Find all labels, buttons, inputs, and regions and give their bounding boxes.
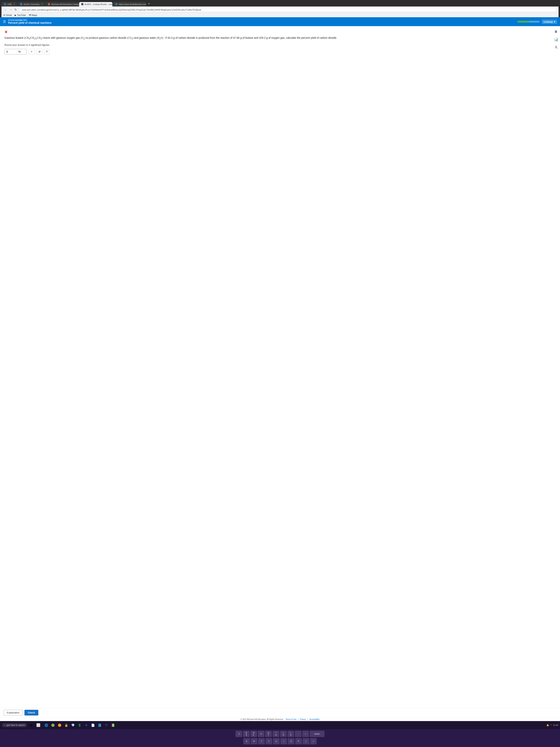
multitask-icon: ⬜ <box>36 723 41 727</box>
key-y[interactable]: Y <box>266 738 272 745</box>
taskbar-windows-icon[interactable]: ⊞ <box>28 722 34 728</box>
taskbar-search[interactable]: ⌕ ype here to search <box>2 723 27 727</box>
explanation-button[interactable]: Explanation <box>4 710 23 716</box>
tab-mcgraw-label: McGraw-Hill Education Campus <box>51 3 79 5</box>
user-menu[interactable]: Lindsay ▾ <box>542 20 557 24</box>
header-text-group: STOICHIOMETRY Percent yield of chemical … <box>8 19 52 24</box>
undo-button[interactable]: ↺ <box>36 49 43 54</box>
key-t[interactable]: T <box>258 738 265 745</box>
youtube-icon: ▶ <box>15 14 16 17</box>
taskbar-notification-icon[interactable]: 🔔 <box>546 724 549 726</box>
key-delete[interactable]: delete <box>310 731 324 737</box>
search-icon: ⌕ <box>4 724 5 726</box>
aleks-header: ☰ STOICHIOMETRY Percent yield of chemica… <box>0 17 560 26</box>
tab-une-label: UNE <box>7 3 12 5</box>
taskbar-chevron-icon[interactable]: ^ <box>551 724 552 726</box>
bottom-left-buttons: Explanation Check <box>4 710 38 716</box>
percent-unit: % <box>18 50 21 53</box>
privacy-link[interactable]: Privacy <box>300 718 306 720</box>
key-0[interactable]: )0 <box>287 731 294 737</box>
check-button[interactable]: Check <box>24 710 38 716</box>
reaction-text: reacts with gaseous oxygen gas <box>43 36 81 39</box>
user-dropdown-icon: ▾ <box>554 20 555 23</box>
windows-logo-icon: ⊞ <box>30 723 33 727</box>
taskbar-teams-icon[interactable]: 📘 <box>97 722 103 728</box>
key-p[interactable]: P <box>295 738 302 745</box>
key-9[interactable]: (9 <box>280 731 287 737</box>
tab-aleks-learn[interactable]: 🅰 ALEKS - Lindsay Brooks - Learn ✕ <box>79 2 112 6</box>
forward-button[interactable]: → <box>8 8 13 12</box>
reload-button[interactable]: ↻ <box>14 7 18 12</box>
water-formula: (H2O) <box>157 36 163 39</box>
taskbar-mail-icon[interactable]: 💎 <box>70 722 76 728</box>
browser-chrome: 🌐 UNE ✕ 📘 ALEKs Chemistry ✕ 📕 McGraw-Hil… <box>0 0 560 17</box>
key-3[interactable]: 3 <box>236 731 242 737</box>
address-bar-row: ← → ↻ <box>1 6 559 13</box>
key-plus[interactable]: + <box>302 731 309 737</box>
key-i[interactable]: I <box>281 738 287 745</box>
nav-buttons: ← → ↻ <box>3 7 18 12</box>
tab-aleks-learn-icon: 🅰 <box>81 3 83 5</box>
tab-une-icon: 🌐 <box>4 3 6 5</box>
maps-label: Maps <box>32 14 37 17</box>
key-4[interactable]: $4 <box>243 731 250 737</box>
taskbar-chrome-icon[interactable]: 🟢 <box>50 722 56 728</box>
new-tab-button[interactable]: + <box>146 1 152 6</box>
tab-mcgraw[interactable]: 📕 McGraw-Hill Education Campus ✕ <box>45 2 79 6</box>
keyboard-row-numbers: 3 $4 %5 6 &7 *8 (9 )0 - + delete <box>1 731 559 737</box>
taskbar-dollar-icon[interactable]: 💲 <box>77 722 83 728</box>
answer-field[interactable] <box>6 50 18 53</box>
key-rbracket[interactable]: } <box>310 738 317 745</box>
tab-une-close[interactable]: ✕ <box>14 3 15 5</box>
tab-aleks-chem-close[interactable]: ✕ <box>41 3 43 5</box>
taskbar-edge-icon[interactable]: 🌐 <box>43 722 49 728</box>
bar-chart-icon[interactable]: 📊 <box>554 37 558 42</box>
key-5[interactable]: %5 <box>250 731 257 737</box>
taskbar-excel-icon[interactable]: 📗 <box>110 722 116 728</box>
taskbar-apps: 🌐 🟢 🟠 🔒 💎 💲 ❖ 📄 📘 W 📗 <box>43 722 116 728</box>
back-button[interactable]: ← <box>3 8 8 12</box>
key-r[interactable]: R <box>251 738 258 745</box>
help-button[interactable]: ? <box>44 49 50 54</box>
tab-aleks-chem-label: ALEKs Chemistry <box>24 3 39 5</box>
problem-text: Gaseous butane (CH3(CH2)2CH3) reacts wit… <box>4 36 556 41</box>
calculator-icon[interactable]: 🖩 <box>554 30 558 34</box>
taskbar-word-icon[interactable]: W <box>103 722 109 728</box>
address-input[interactable] <box>19 8 557 12</box>
key-u[interactable]: U <box>273 738 279 745</box>
copyright-bar: © 2021 McGraw-Hill Education. All Rights… <box>0 717 560 721</box>
key-o[interactable]: O <box>288 738 294 745</box>
sig-figs-note: Round your answer to 3 significant figur… <box>4 44 556 46</box>
action-buttons: × ↺ ? <box>28 49 49 54</box>
tab-mcgraw-icon: 📕 <box>48 3 50 5</box>
taskbar-office-icon[interactable]: 📄 <box>90 722 96 728</box>
tab-limited[interactable]: 🌐 https://aces.limitedbrands.com/a... ✕ <box>113 2 146 6</box>
answer-row: % × ↺ ? <box>4 49 556 54</box>
taskbar-multitask-icon[interactable]: ⬜ <box>35 722 41 728</box>
gmail-icon: ✉ <box>3 14 5 17</box>
key-6[interactable]: 6 <box>258 731 264 737</box>
taskbar-folder-icon[interactable]: 🟠 <box>57 722 62 728</box>
key-8[interactable]: *8 <box>273 731 279 737</box>
tab-aleks-chem[interactable]: 📘 ALEKs Chemistry ✕ <box>18 2 45 6</box>
accessibility-link[interactable]: Accessibility <box>310 718 319 720</box>
taskbar: ⌕ ype here to search ⊞ ⬜ 🌐 🟢 🟠 🔒 💎 💲 ❖ 📄… <box>0 721 560 729</box>
keyboard-area: 3 $4 %5 6 &7 *8 (9 )0 - + delete E R T Y… <box>0 729 560 747</box>
letter-icon[interactable]: Ą <box>554 45 558 49</box>
key-e[interactable]: E <box>243 738 250 745</box>
tab-une[interactable]: 🌐 UNE ✕ <box>1 2 17 6</box>
tab-aleks-learn-label: ALEKS - Lindsay Brooks - Learn <box>84 3 112 5</box>
hamburger-icon[interactable]: ☰ <box>3 20 6 24</box>
key-7[interactable]: &7 <box>265 731 272 737</box>
taskbar-lock-icon[interactable]: 🔒 <box>63 722 69 728</box>
taskbar-dropbox-icon[interactable]: ❖ <box>83 722 89 728</box>
key-minus[interactable]: - <box>295 731 301 737</box>
terms-link[interactable]: Terms of Use <box>286 718 296 720</box>
bookmark-maps[interactable]: 🗺 Maps <box>29 14 37 17</box>
key-lbracket[interactable]: { <box>302 738 309 745</box>
bookmark-youtube[interactable]: ▶ YouTube <box>15 14 26 17</box>
problem-close-icon[interactable]: ✕ <box>4 30 7 34</box>
tab-limited-label: https://aces.limitedbrands.com/a... <box>119 3 146 5</box>
bookmark-gmail[interactable]: ✉ Gmail <box>3 14 12 17</box>
clear-button[interactable]: × <box>28 49 35 54</box>
